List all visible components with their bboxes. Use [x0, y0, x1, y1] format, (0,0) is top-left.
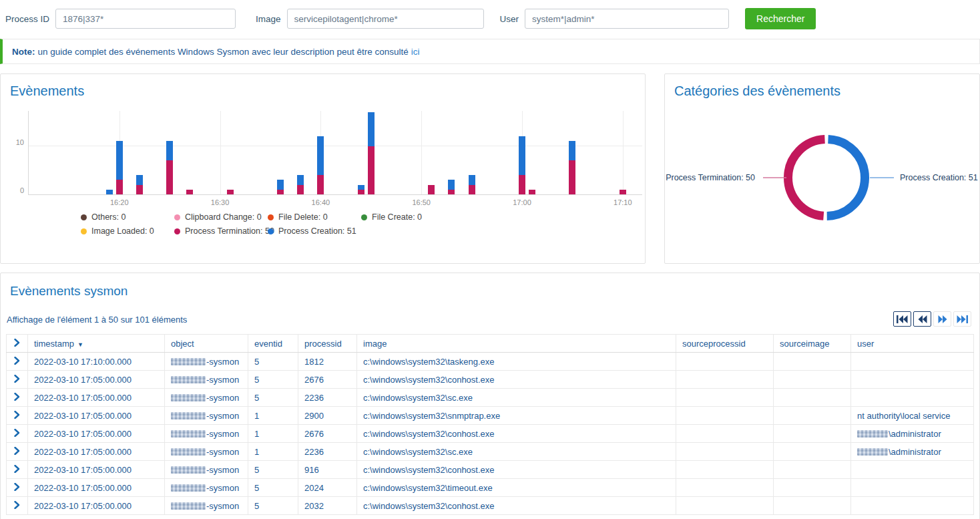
column-header-image[interactable]: image — [357, 335, 676, 353]
user-input[interactable] — [525, 9, 729, 29]
legend-dot — [361, 214, 367, 220]
bar-segment-process-creation — [277, 180, 284, 189]
search-button[interactable]: Rechercher — [745, 8, 816, 29]
cell-eventid: 1 — [248, 425, 298, 443]
x-tick-label: 16:30 — [211, 198, 230, 206]
bar-segment-process-creation — [368, 112, 375, 146]
row-expand-button[interactable] — [7, 407, 28, 425]
cell-user: \administrator — [851, 443, 974, 461]
legend-dot — [268, 214, 274, 220]
x-tick-label: 17:00 — [513, 198, 531, 206]
stacked-bar — [529, 190, 535, 194]
note-text: un guide complet des événements Windows … — [38, 47, 409, 57]
cell-user — [851, 497, 974, 515]
legend-item: Process Creation: 51 — [268, 226, 361, 236]
row-expand-button[interactable] — [7, 425, 28, 443]
column-header-processid[interactable]: processid — [298, 335, 357, 353]
column-label: timestamp — [34, 339, 74, 349]
events-panel-title: Evènements — [10, 83, 645, 99]
column-header-sourceimage[interactable]: sourceimage — [774, 335, 851, 353]
donut-slice-process-creation — [827, 140, 865, 216]
x-gridline — [220, 111, 221, 194]
sysmon-table-head: timestamp▼objecteventidprocessidimagesou… — [7, 335, 974, 353]
chevron-right-icon — [14, 501, 20, 511]
x-tick-label: 16:40 — [312, 198, 330, 206]
pagination-previous-button[interactable] — [913, 311, 931, 327]
cell-image: c:\windows\system32\snmptrap.exe — [357, 407, 676, 425]
column-header-eventid[interactable]: eventid — [248, 335, 298, 353]
bar-segment-process-termination — [519, 175, 525, 194]
process-id-input[interactable] — [55, 9, 236, 29]
stacked-bar — [428, 185, 435, 194]
object-suffix: -sysmon — [206, 501, 239, 511]
last-page-icon — [957, 315, 968, 323]
bar-segment-process-termination — [469, 185, 475, 194]
cell-image: c:\windows\system32\timeout.exe — [357, 479, 676, 497]
bar-segment-process-creation — [166, 141, 173, 160]
bar-segment-process-creation — [297, 175, 304, 184]
cell-processid: 2236 — [298, 389, 357, 407]
image-input[interactable] — [287, 9, 484, 29]
expand-all-header[interactable] — [7, 335, 28, 353]
sysmon-table: timestamp▼objecteventidprocessidimagesou… — [6, 334, 974, 515]
column-label: eventid — [254, 339, 282, 349]
note-link[interactable]: ici — [411, 47, 420, 57]
redacted-text — [171, 394, 206, 401]
cell-sourceimage — [774, 389, 851, 407]
stacked-bar — [469, 175, 475, 194]
user-label: User — [500, 14, 519, 24]
cell-user — [851, 461, 974, 479]
row-expand-button[interactable] — [7, 371, 28, 389]
redacted-text — [171, 448, 206, 456]
cell-user — [851, 389, 974, 407]
column-header-object[interactable]: object — [165, 335, 248, 353]
cell-sourceimage — [774, 425, 851, 443]
cell-image: c:\windows\system32\conhost.exe — [357, 425, 676, 443]
bar-segment-process-creation — [116, 141, 123, 180]
column-header-sourceprocessid[interactable]: sourceprocessid — [676, 335, 774, 353]
legend-item: Others: 0 — [81, 212, 174, 222]
events-legend: Others: 0Clipboard Change: 0File Delete:… — [81, 212, 645, 236]
pagination-first-button[interactable] — [893, 311, 911, 327]
bar-segment-process-termination — [186, 190, 193, 194]
cell-processid: 1812 — [298, 353, 357, 371]
cell-timestamp: 2022-03-10 17:05:00.000 — [28, 461, 165, 479]
legend-item: File Create: 0 — [361, 212, 455, 222]
redacted-text — [171, 358, 206, 365]
row-expand-button[interactable] — [7, 353, 28, 371]
row-expand-button[interactable] — [7, 389, 28, 407]
pagination-last-button[interactable] — [953, 311, 971, 327]
sysmon-panel-title: Evènements sysmon — [10, 284, 979, 299]
column-label: processid — [304, 339, 342, 349]
legend-dot — [174, 228, 180, 234]
column-label: user — [857, 339, 874, 349]
row-expand-button[interactable] — [7, 497, 28, 515]
bar-segment-process-termination — [297, 185, 304, 194]
sort-desc-icon: ▼ — [77, 341, 83, 348]
legend-label: Process Termination: 50 — [185, 226, 274, 236]
row-expand-button[interactable] — [7, 461, 28, 479]
cell-sourceprocessid — [676, 371, 774, 389]
image-label: Image — [256, 14, 281, 24]
donut-slice-process-termination — [788, 140, 825, 216]
y-tick-label: 0 — [20, 186, 24, 194]
table-row: 2022-03-10 17:05:00.000-sysmon52676c:\wi… — [7, 371, 974, 389]
donut-slice-label: Process Creation: 51 — [900, 173, 978, 182]
legend-label: Clipboard Change: 0 — [185, 212, 262, 222]
pagination-next-button[interactable] — [933, 311, 951, 327]
user-text: nt authority\local service — [857, 411, 950, 421]
note-banner: Note: un guide complet des événements Wi… — [0, 39, 980, 64]
row-expand-button[interactable] — [7, 479, 28, 497]
column-header-timestamp[interactable]: timestamp▼ — [28, 335, 165, 353]
cell-eventid: 1 — [248, 443, 298, 461]
row-expand-button[interactable] — [7, 443, 28, 461]
redacted-text — [857, 448, 888, 456]
cell-sourceimage — [774, 407, 851, 425]
column-header-user[interactable]: user — [851, 335, 974, 353]
table-row: 2022-03-10 17:05:00.000-sysmon52024c:\wi… — [7, 479, 974, 497]
column-label: object — [171, 339, 194, 349]
table-row: 2022-03-10 17:05:00.000-sysmon12900c:\wi… — [7, 407, 974, 425]
cell-object: -sysmon — [165, 389, 248, 407]
cell-eventid: 5 — [248, 497, 298, 515]
note-prefix: Note: — [12, 47, 35, 57]
